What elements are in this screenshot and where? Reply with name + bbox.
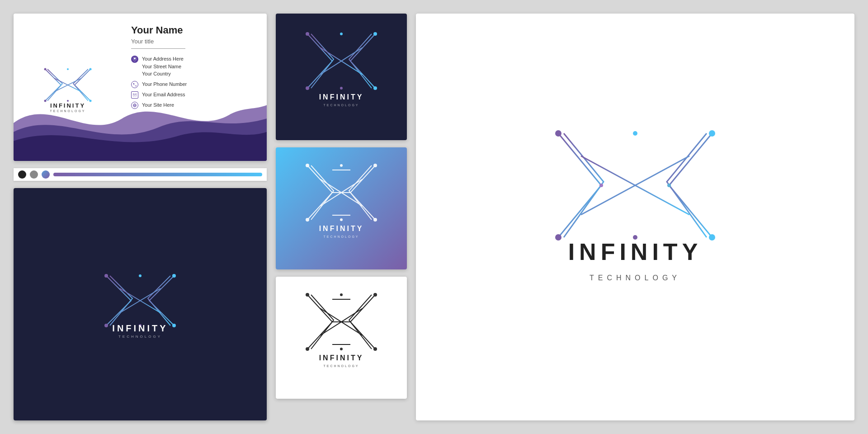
- variant-outline-svg: INFINITY TECHNOLOGY: [298, 286, 384, 390]
- variant-dark-tagline: TECHNOLOGY: [323, 104, 359, 107]
- card-email-row: Your Email Address: [131, 91, 258, 99]
- svg-point-59: [373, 347, 377, 351]
- location-icon: [131, 56, 138, 63]
- svg-point-25: [139, 274, 142, 277]
- color-palette-row: [14, 168, 267, 181]
- svg-point-61: [340, 348, 343, 350]
- website-icon: [131, 102, 138, 109]
- variant-white-card: INFINITY TECHNOLOGY: [276, 277, 407, 399]
- variant-gradient-svg: INFINITY TECHNOLOGY: [298, 156, 384, 260]
- card-address-text: Your Address Here Your Street Name Your …: [142, 55, 184, 78]
- svg-point-49: [340, 164, 343, 167]
- svg-point-5: [90, 68, 92, 71]
- svg-point-36: [373, 32, 377, 36]
- svg-text:TECHNOLOGY: TECHNOLOGY: [118, 335, 162, 339]
- middle-panel: INFINITY TECHNOLOGY: [276, 14, 407, 420]
- svg-point-24: [172, 324, 176, 327]
- card-logo-svg: INFINITY TECHNOLOGY: [38, 62, 97, 112]
- card-site-text: Your Site Here: [142, 101, 174, 109]
- business-card-back: INFINITY TECHNOLOGY: [14, 188, 267, 420]
- swatch-gray: [30, 170, 38, 179]
- svg-point-37: [373, 86, 377, 90]
- svg-point-58: [373, 293, 377, 297]
- svg-point-56: [306, 293, 309, 297]
- svg-point-38: [340, 33, 343, 35]
- card-phone-text: Your Phone Number: [142, 80, 187, 88]
- svg-point-74: [667, 184, 671, 187]
- svg-point-45: [306, 164, 309, 167]
- svg-point-22: [104, 324, 108, 327]
- left-panel: INFINITY TECHNOLOGY Your Name Your title: [14, 14, 267, 420]
- svg-point-48: [373, 218, 377, 222]
- svg-point-73: [599, 184, 603, 187]
- variant-dark-card: INFINITY TECHNOLOGY: [276, 14, 407, 140]
- svg-point-60: [340, 293, 343, 296]
- svg-text:TECHNOLOGY: TECHNOLOGY: [50, 109, 85, 112]
- svg-point-3: [44, 68, 47, 71]
- svg-point-50: [340, 218, 343, 221]
- svg-text:INFINITY: INFINITY: [50, 102, 85, 109]
- phone-icon: [131, 81, 138, 88]
- variant-dark-brand: INFINITY: [319, 93, 364, 101]
- variant-gradient-card: INFINITY TECHNOLOGY: [276, 147, 407, 269]
- svg-point-57: [306, 347, 309, 351]
- svg-point-68: [555, 234, 561, 241]
- main-tagline-text: TECHNOLOGY: [590, 274, 681, 282]
- variant-outline-brand: INFINITY: [319, 354, 364, 362]
- card-phone-row: Your Phone Number: [131, 80, 258, 88]
- svg-point-35: [306, 86, 309, 90]
- card-name: Your Name: [131, 24, 258, 36]
- svg-point-69: [709, 130, 715, 137]
- svg-point-46: [306, 218, 309, 222]
- svg-point-11: [134, 58, 136, 60]
- svg-point-34: [306, 32, 309, 36]
- svg-point-6: [90, 100, 92, 102]
- variant-outline-tagline: TECHNOLOGY: [323, 364, 359, 368]
- main-brand-text: INFINITY: [568, 239, 703, 265]
- svg-point-67: [555, 130, 561, 137]
- variant-dark-svg: INFINITY TECHNOLOGY: [298, 25, 384, 129]
- card-logo-section: INFINITY TECHNOLOGY: [14, 14, 122, 161]
- card-divider: [131, 48, 185, 49]
- variant-gradient-tagline: TECHNOLOGY: [323, 235, 359, 238]
- business-card-front: INFINITY TECHNOLOGY Your Name Your title: [14, 14, 267, 161]
- svg-point-70: [709, 234, 715, 241]
- card-contact-section: Your Name Your title Your Address Here Y…: [122, 14, 267, 161]
- svg-point-4: [44, 100, 47, 102]
- swatch-blue: [42, 170, 50, 179]
- card-site-row: Your Site Here: [131, 101, 258, 109]
- svg-point-39: [340, 87, 343, 90]
- main-container: INFINITY TECHNOLOGY Your Name Your title: [14, 14, 854, 420]
- variant-gradient-brand: INFINITY: [319, 225, 364, 232]
- card-title: Your title: [131, 38, 258, 45]
- svg-point-23: [172, 274, 176, 278]
- email-icon: [131, 91, 138, 99]
- svg-text:INFINITY: INFINITY: [112, 323, 168, 333]
- svg-point-71: [633, 131, 637, 136]
- svg-point-21: [104, 274, 108, 278]
- main-logo-svg: INFINITY TECHNOLOGY: [509, 104, 762, 330]
- svg-point-8: [67, 100, 69, 102]
- card-address-row: Your Address Here Your Street Name Your …: [131, 55, 258, 78]
- swatch-black: [18, 170, 26, 179]
- gradient-bar: [53, 173, 262, 176]
- right-panel: INFINITY TECHNOLOGY: [416, 14, 854, 420]
- svg-point-47: [373, 164, 377, 167]
- card-email-text: Your Email Address: [142, 91, 185, 99]
- back-card-logo-svg: INFINITY TECHNOLOGY: [95, 269, 185, 339]
- svg-point-7: [67, 68, 69, 70]
